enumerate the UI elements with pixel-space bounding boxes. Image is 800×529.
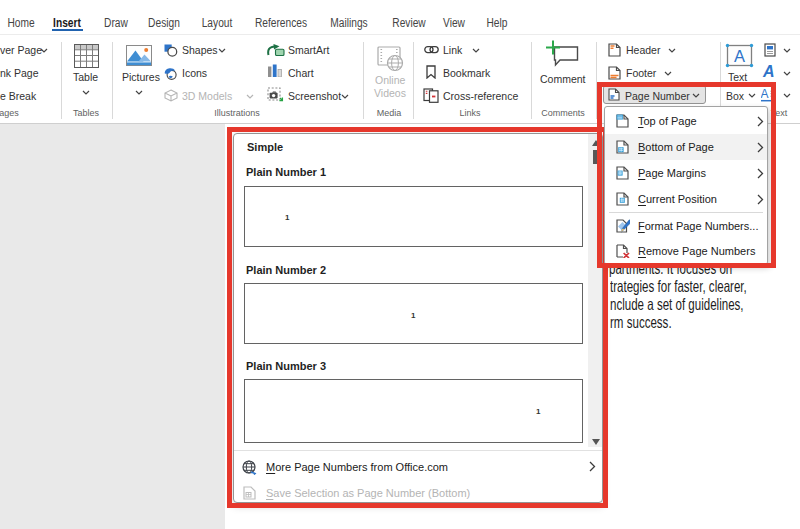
- svg-text:A: A: [734, 47, 745, 65]
